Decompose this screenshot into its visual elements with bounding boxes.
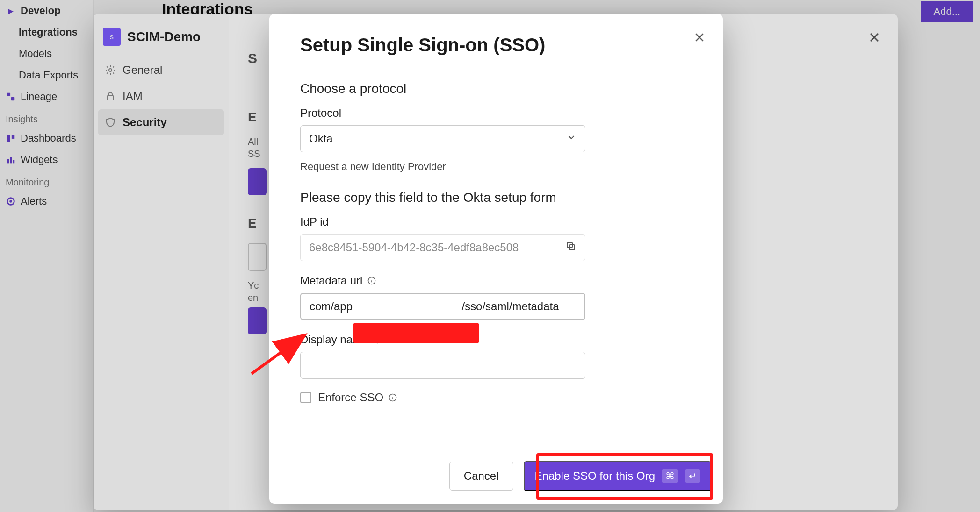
copy-instruction-heading: Please copy this field to the Okta setup… <box>300 190 692 205</box>
sso-setup-modal: Setup Single Sign-on (SSO) Choose a prot… <box>269 14 723 504</box>
modal-close[interactable] <box>690 28 709 47</box>
chevron-down-icon <box>566 132 576 145</box>
protocol-select-value: Okta <box>309 132 333 145</box>
enforce-sso-label-text: Enforce SSO <box>318 391 383 404</box>
enable-sso-button[interactable]: Enable SSO for this Org ⌘ ↵ <box>524 461 712 491</box>
redaction-bar <box>353 323 479 343</box>
enforce-sso-checkbox[interactable] <box>300 392 311 403</box>
kbd-enter: ↵ <box>685 469 700 483</box>
request-idp-link[interactable]: Request a new Identity Provider <box>300 161 446 174</box>
cancel-button-label: Cancel <box>464 469 499 482</box>
enforce-sso-label: Enforce SSO <box>318 391 397 404</box>
metadata-url-label-text: Metadata url <box>300 274 362 287</box>
modal-title: Setup Single Sign-on (SSO) <box>300 32 692 69</box>
choose-protocol-heading: Choose a protocol <box>300 81 692 96</box>
copy-icon[interactable] <box>565 241 576 255</box>
idp-id-value: 6e8c8451-5904-4b42-8c35-4edf8a8ec508 <box>309 241 519 254</box>
display-name-input[interactable] <box>300 352 585 379</box>
metadata-url-input[interactable] <box>300 293 585 320</box>
kbd-cmd: ⌘ <box>662 469 678 483</box>
cancel-button[interactable]: Cancel <box>449 462 513 491</box>
protocol-label: Protocol <box>300 107 692 120</box>
modal-footer: Cancel Enable SSO for this Org ⌘ ↵ <box>269 448 723 504</box>
info-icon[interactable] <box>388 393 397 402</box>
idp-id-label: IdP id <box>300 215 692 228</box>
enable-sso-button-label: Enable SSO for this Org <box>535 469 655 483</box>
divider <box>300 69 692 69</box>
info-icon[interactable] <box>367 276 376 285</box>
idp-id-field: 6e8c8451-5904-4b42-8c35-4edf8a8ec508 <box>300 234 585 261</box>
protocol-select[interactable]: Okta <box>300 125 585 152</box>
metadata-url-label: Metadata url <box>300 274 692 287</box>
